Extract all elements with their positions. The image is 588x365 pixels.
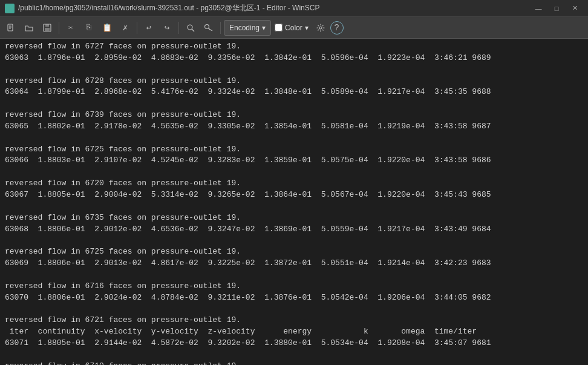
svg-point-7 [188, 25, 192, 30]
copy-button[interactable]: ⎘ [80, 20, 97, 36]
editor-content[interactable]: reversed flow in 6727 faces on pressure-… [0, 39, 588, 365]
undo-button[interactable]: ↩ [140, 20, 157, 36]
delete-button[interactable]: ✗ [117, 20, 134, 36]
minimize-button[interactable]: — [530, 2, 547, 15]
toolbar-separator-4 [220, 22, 221, 34]
window-controls: — □ ✕ [530, 2, 583, 15]
svg-line-11 [209, 29, 212, 31]
settings-button[interactable] [312, 20, 329, 36]
svg-point-12 [319, 27, 322, 29]
encoding-dropdown[interactable]: Encoding ▾ [224, 20, 271, 36]
maximize-button[interactable]: □ [548, 2, 565, 15]
toolbar-separator-1 [59, 22, 59, 34]
encoding-dropdown-arrow: ▾ [262, 24, 266, 32]
close-button[interactable]: ✕ [566, 2, 583, 15]
svg-point-9 [205, 24, 209, 28]
svg-rect-5 [45, 24, 49, 27]
svg-line-8 [192, 29, 194, 31]
toolbar-separator-2 [137, 22, 137, 34]
paste-button[interactable]: 📋 [99, 20, 116, 36]
color-checkbox[interactable] [275, 24, 283, 31]
cut-button[interactable]: ✂ [62, 20, 79, 36]
svg-rect-6 [45, 28, 50, 31]
find-replace-button[interactable] [200, 20, 217, 36]
window-title: /public1/home/pg3052/install16/work/slur… [18, 3, 525, 13]
color-dropdown-arrow: ▾ [305, 24, 309, 32]
encoding-label: Encoding [229, 24, 260, 32]
toolbar-separator-3 [178, 22, 179, 34]
open-button[interactable] [21, 20, 38, 36]
editor-text: reversed flow in 6727 faces on pressure-… [5, 41, 583, 365]
save-button[interactable] [39, 20, 56, 36]
new-button[interactable] [2, 20, 19, 36]
find-button[interactable] [182, 20, 199, 36]
toolbar: ✂ ⎘ 📋 ✗ ↩ ↪ Encoding ▾ Color ▾ ? [0, 17, 588, 39]
redo-button[interactable]: ↪ [158, 20, 175, 36]
color-checkbox-area[interactable]: Color ▾ [272, 24, 311, 32]
help-button[interactable]: ? [330, 21, 344, 35]
app-icon [5, 4, 15, 13]
title-bar: /public1/home/pg3052/install16/work/slur… [0, 0, 588, 17]
color-checkbox-label[interactable]: Color [285, 24, 302, 32]
